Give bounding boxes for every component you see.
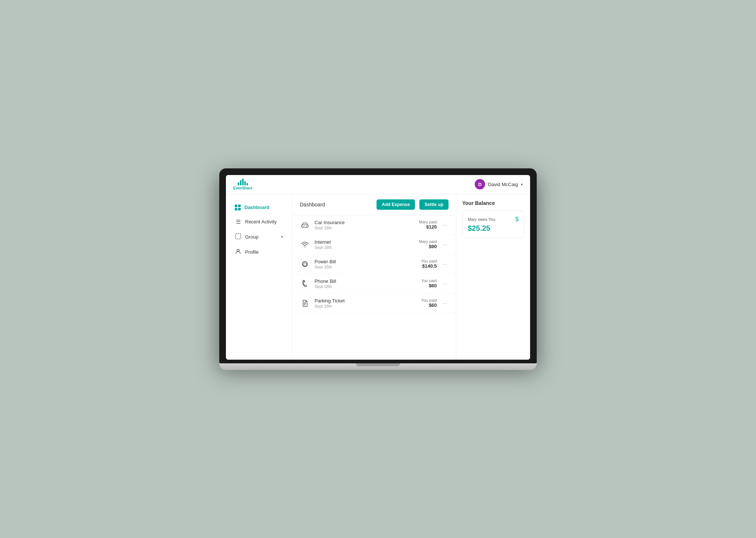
expense-name: Internet xyxy=(315,239,415,245)
expense-name: Power Bill xyxy=(315,259,417,264)
expense-date: Sept 18th xyxy=(315,265,417,269)
laptop-base xyxy=(219,363,537,370)
logo-bar-4 xyxy=(244,181,246,185)
expense-item-car-insurance: Car Insurance Sept 18th Mary paid $120 ·… xyxy=(292,215,456,235)
expense-payment-car-insurance: Mary paid $120 xyxy=(419,220,437,230)
balance-panel: Your Balance Mary owes You $ $25.25 xyxy=(456,194,530,360)
svg-point-4 xyxy=(306,226,307,227)
sidebar-item-recent-activity[interactable]: ☰ Recent Activity xyxy=(229,215,289,229)
expense-payment-power-bill: You paid $140.5 xyxy=(421,259,437,269)
sidebar-item-profile-label: Profile xyxy=(245,249,259,255)
settle-up-button[interactable]: Settle up xyxy=(419,199,449,210)
expense-payer: You paid xyxy=(421,298,437,302)
sidebar-item-group-label: Group xyxy=(245,234,258,240)
expense-payment-internet: Mary paid $90 xyxy=(419,239,437,249)
expense-payer: You paid xyxy=(421,278,437,283)
expense-date: Sept 18th xyxy=(315,245,415,250)
sidebar-item-recent-activity-label: Recent Activity xyxy=(245,219,276,225)
app-header: EvenShare D David McCaig ▾ xyxy=(226,175,530,194)
expense-date: Sept 18th xyxy=(315,304,417,308)
expense-info-internet: Internet Sept 18th xyxy=(315,239,415,250)
expense-list: Car Insurance Sept 18th Mary paid $120 ·… xyxy=(292,215,456,313)
profile-icon xyxy=(235,249,241,256)
expense-name: Car Insurance xyxy=(315,220,415,225)
logo-bar-5 xyxy=(247,183,248,185)
sidebar-item-dashboard-label: Dashboard xyxy=(244,205,269,210)
logo-bar-2 xyxy=(240,180,241,185)
phone-icon xyxy=(300,278,310,289)
expense-menu-icon[interactable]: ··· xyxy=(441,299,449,308)
content-header: Dashboard Add Expense Settle up xyxy=(292,194,456,215)
balance-card-header: Mary owes You $ xyxy=(468,216,519,223)
svg-point-3 xyxy=(303,226,304,227)
expense-name: Phone Bill xyxy=(315,278,417,284)
expense-payment-parking-ticket: You paid $60 xyxy=(421,298,437,308)
balance-title: Your Balance xyxy=(462,200,524,206)
logo-bar-1 xyxy=(238,182,239,185)
add-expense-button[interactable]: Add Expense xyxy=(377,199,415,210)
logo-bar-3 xyxy=(242,179,244,185)
expense-date: Sept 18th xyxy=(315,284,417,289)
balance-card: Mary owes You $ $25.25 xyxy=(462,210,524,238)
expenses-panel: Dashboard Add Expense Settle up xyxy=(292,194,456,360)
group-chevron-icon: ▾ xyxy=(281,234,283,239)
document-icon xyxy=(300,298,310,308)
logo-area: EvenShare xyxy=(233,179,252,190)
sidebar-item-profile[interactable]: Profile xyxy=(229,245,289,259)
expense-item-power-bill: Power Bill Sept 18th You paid $140.5 ··· xyxy=(292,254,456,274)
app: EvenShare D David McCaig ▾ xyxy=(226,175,530,360)
user-avatar: D xyxy=(475,179,485,189)
laptop-screen: EvenShare D David McCaig ▾ xyxy=(226,175,530,360)
expense-item-phone-bill: Phone Bill Sept 18th You paid $60 ··· xyxy=(292,274,456,294)
expense-amount: $90 xyxy=(419,244,437,249)
dashboard-icon xyxy=(235,205,241,210)
sidebar: Dashboard ☰ Recent Activity xyxy=(226,194,292,360)
user-name: David McCaig xyxy=(488,182,518,187)
car-icon xyxy=(300,220,310,230)
logo-name: EvenShare xyxy=(233,186,252,190)
sidebar-item-dashboard[interactable]: Dashboard xyxy=(229,201,289,214)
expense-menu-icon[interactable]: ··· xyxy=(441,279,449,288)
expense-payer: You paid xyxy=(421,259,437,263)
expense-amount: $140.5 xyxy=(421,263,437,269)
expense-amount: $60 xyxy=(421,283,437,288)
expense-item-parking-ticket: Parking Ticket Sept 18th You paid $60 ··… xyxy=(292,294,456,313)
svg-point-5 xyxy=(305,247,305,247)
expense-amount: $60 xyxy=(421,302,437,308)
expense-item-internet: Internet Sept 18th Mary paid $90 ··· xyxy=(292,235,456,254)
expense-amount: $120 xyxy=(419,224,437,230)
balance-amount: $25.25 xyxy=(468,224,519,233)
laptop-wrapper: EvenShare D David McCaig ▾ xyxy=(219,168,537,370)
svg-rect-2 xyxy=(302,225,308,227)
list-icon: ☰ xyxy=(235,219,241,225)
expense-date: Sept 18th xyxy=(315,226,415,230)
expense-info-car-insurance: Car Insurance Sept 18th xyxy=(315,220,415,230)
expense-info-phone-bill: Phone Bill Sept 18th xyxy=(315,278,417,289)
user-menu-chevron-icon: ▾ xyxy=(521,182,523,186)
expense-payer: Mary paid xyxy=(419,220,437,224)
expense-info-parking-ticket: Parking Ticket Sept 18th xyxy=(315,298,417,308)
sidebar-item-group[interactable]: Group ▾ xyxy=(229,230,289,244)
content-title: Dashboard xyxy=(300,202,372,208)
svg-point-1 xyxy=(237,249,239,251)
expense-payment-phone-bill: You paid $60 xyxy=(421,278,437,288)
group-icon xyxy=(235,233,241,240)
laptop-screen-bezel: EvenShare D David McCaig ▾ xyxy=(219,168,537,363)
svg-rect-0 xyxy=(236,234,241,239)
expense-payer: Mary paid xyxy=(419,239,437,244)
wifi-icon xyxy=(300,239,310,250)
laptop-notch xyxy=(356,363,400,366)
balance-owes-text: Mary owes You xyxy=(468,217,495,222)
expense-menu-icon[interactable]: ··· xyxy=(441,240,449,249)
dollar-icon: $ xyxy=(515,216,519,223)
expense-menu-icon[interactable]: ··· xyxy=(441,220,449,229)
main-content: Dashboard ☰ Recent Activity xyxy=(226,194,530,360)
expense-info-power-bill: Power Bill Sept 18th xyxy=(315,259,417,269)
expense-menu-icon[interactable]: ··· xyxy=(441,260,449,268)
logo-bars-icon xyxy=(238,179,248,185)
expense-name: Parking Ticket xyxy=(315,298,417,304)
user-menu[interactable]: D David McCaig ▾ xyxy=(475,179,523,189)
power-icon xyxy=(300,259,310,269)
